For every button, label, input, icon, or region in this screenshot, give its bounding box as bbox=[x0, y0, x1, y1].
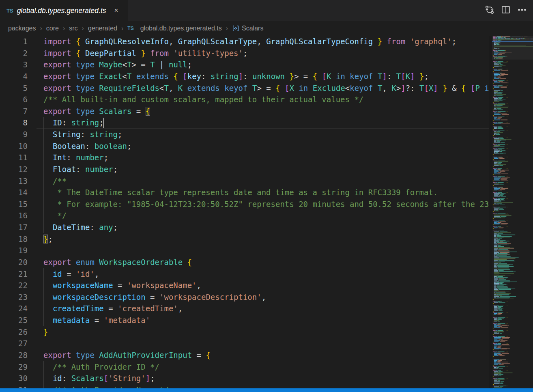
line-number: 8 bbox=[0, 117, 28, 129]
line-number: 1 bbox=[0, 36, 28, 47]
code-line-text: id = 'id', bbox=[28, 268, 99, 280]
code-line[interactable]: 2import { DeepPartial } from 'utility-ty… bbox=[0, 47, 489, 59]
code-line-text: export type Scalars = { bbox=[28, 106, 150, 117]
code-line[interactable]: 3export type Maybe<T> = T | null; bbox=[0, 59, 489, 71]
code-line-text: import { GraphQLResolveInfo, GraphQLScal… bbox=[28, 36, 456, 47]
code-line-text: workspaceName = 'workspaceName', bbox=[28, 280, 201, 291]
line-number: 3 bbox=[0, 59, 28, 71]
code-line[interactable]: 24 createdTime = 'createdTime', bbox=[0, 303, 489, 314]
line-number: 7 bbox=[0, 106, 28, 117]
breadcrumb-file-name: global.db.types.generated.ts bbox=[140, 25, 222, 32]
code-line[interactable]: 8 ID: string; bbox=[0, 117, 489, 129]
code-line-text: /** Auth Provider ID */ bbox=[28, 361, 159, 373]
code-area[interactable]: 1import { GraphQLResolveInfo, GraphQLSca… bbox=[0, 36, 489, 388]
code-line-text: export enum WorkspaceOrderable { bbox=[28, 256, 192, 268]
breadcrumb-separator: › bbox=[60, 25, 68, 32]
code-line-text bbox=[28, 245, 43, 256]
line-number: 22 bbox=[0, 280, 28, 291]
line-number: 31 bbox=[0, 384, 28, 388]
code-line-text: id: Scalars['String']; bbox=[28, 373, 155, 384]
code-line[interactable]: 9 String: string; bbox=[0, 129, 489, 140]
code-line-text: Int: number; bbox=[28, 152, 108, 164]
line-number: 29 bbox=[0, 361, 28, 373]
code-line[interactable]: 17 DateTime: any; bbox=[0, 222, 489, 233]
breadcrumb-folder-src[interactable]: src bbox=[68, 25, 78, 32]
line-number: 16 bbox=[0, 210, 28, 222]
code-line[interactable]: 11 Int: number; bbox=[0, 152, 489, 164]
code-line[interactable]: 21 id = 'id', bbox=[0, 268, 489, 280]
breadcrumb-separator: › bbox=[223, 25, 231, 32]
breadcrumb-symbol[interactable]: Scalars bbox=[231, 25, 264, 32]
breadcrumb-folder-generated[interactable]: generated bbox=[87, 25, 118, 32]
breadcrumb-folder-packages[interactable]: packages bbox=[7, 25, 37, 32]
breadcrumb-separator: › bbox=[118, 25, 127, 32]
tab-bar: TS global.db.types.generated.ts × bbox=[0, 0, 533, 21]
line-number: 6 bbox=[0, 94, 28, 106]
code-line[interactable]: 13 /** bbox=[0, 175, 489, 187]
breadcrumb-file[interactable]: TSglobal.db.types.generated.ts bbox=[127, 25, 222, 32]
more-actions-button[interactable] bbox=[516, 4, 528, 17]
code-line[interactable]: 10 Boolean: boolean; bbox=[0, 140, 489, 152]
breadcrumb-separator: › bbox=[79, 25, 87, 32]
code-line[interactable]: 4export type Exact<T extends { [key: str… bbox=[0, 71, 489, 82]
line-number: 18 bbox=[0, 233, 28, 245]
editor-actions bbox=[484, 0, 528, 21]
code-line-text: ID: string; bbox=[28, 117, 104, 129]
code-line[interactable]: 26} bbox=[0, 326, 489, 338]
tab-close-icon[interactable]: × bbox=[113, 6, 120, 15]
minimap[interactable] bbox=[492, 36, 533, 388]
code-line-text: export type Exact<T extends { [key: stri… bbox=[28, 71, 429, 82]
code-line-text: * The DateTime scalar type represents da… bbox=[28, 187, 438, 198]
code-line-text: export type RequireFields<T, K extends k… bbox=[28, 82, 489, 94]
code-line[interactable]: 16 */ bbox=[0, 210, 489, 222]
breadcrumb-symbol-label: Scalars bbox=[242, 25, 263, 32]
split-editor-button[interactable] bbox=[500, 4, 512, 17]
line-number: 25 bbox=[0, 314, 28, 326]
line-number: 19 bbox=[0, 245, 28, 256]
line-number: 20 bbox=[0, 256, 28, 268]
tab-global-db-types[interactable]: TS global.db.types.generated.ts × bbox=[0, 0, 128, 21]
line-number: 30 bbox=[0, 373, 28, 384]
open-changes-icon bbox=[485, 5, 494, 16]
code-line[interactable]: 22 workspaceName = 'workspaceName', bbox=[0, 280, 489, 291]
code-line-text: DateTime: any; bbox=[28, 222, 118, 233]
vscode-window: TS global.db.types.generated.ts × bbox=[0, 0, 533, 392]
line-number: 10 bbox=[0, 140, 28, 152]
line-number: 2 bbox=[0, 47, 28, 59]
code-line[interactable]: 5export type RequireFields<T, K extends … bbox=[0, 82, 489, 94]
code-line[interactable]: 29 /** Auth Provider ID */ bbox=[0, 361, 489, 373]
code-line[interactable]: 25 metadata = 'metadata' bbox=[0, 314, 489, 326]
code-line[interactable]: 27 bbox=[0, 338, 489, 349]
code-line[interactable]: 23 workspaceDescription = 'workspaceDesc… bbox=[0, 291, 489, 303]
open-changes-button[interactable] bbox=[484, 4, 496, 17]
split-editor-icon bbox=[501, 5, 511, 16]
code-line[interactable]: 6/** All built-in and custom scalars, ma… bbox=[0, 94, 489, 106]
code-line-text: String: string; bbox=[28, 129, 123, 140]
code-line-text: workspaceDescription = 'workspaceDescrip… bbox=[28, 291, 266, 303]
minimap-canvas[interactable] bbox=[492, 36, 533, 388]
line-number: 24 bbox=[0, 303, 28, 314]
line-number: 27 bbox=[0, 338, 28, 349]
code-line[interactable]: 20export enum WorkspaceOrderable { bbox=[0, 256, 489, 268]
code-line[interactable]: 14 * The DateTime scalar type represents… bbox=[0, 187, 489, 198]
line-number: 28 bbox=[0, 349, 28, 361]
code-line[interactable]: 31 /** Auth Provider Name */ bbox=[0, 384, 489, 388]
code-line-text: metadata = 'metadata' bbox=[28, 314, 150, 326]
editor-pane: 1import { GraphQLResolveInfo, GraphQLSca… bbox=[0, 36, 533, 388]
line-number: 14 bbox=[0, 187, 28, 198]
code-line[interactable]: 7export type Scalars = { bbox=[0, 106, 489, 117]
line-number: 26 bbox=[0, 326, 28, 338]
code-line[interactable]: 30 id: Scalars['String']; bbox=[0, 373, 489, 384]
code-line[interactable]: 12 Float: number; bbox=[0, 164, 489, 175]
code-line[interactable]: 1import { GraphQLResolveInfo, GraphQLSca… bbox=[0, 36, 489, 47]
code-line-text: /** bbox=[28, 175, 67, 187]
breadcrumb-folder-core[interactable]: core bbox=[45, 25, 60, 32]
code-line[interactable]: 19 bbox=[0, 245, 489, 256]
code-line[interactable]: 15 * For example: "1985-04-12T23:20:50.5… bbox=[0, 198, 489, 210]
line-number: 4 bbox=[0, 71, 28, 82]
typescript-file-icon: TS bbox=[6, 8, 13, 14]
code-line[interactable]: 18}; bbox=[0, 233, 489, 245]
code-line[interactable]: 28export type AddAuthProviderInput = { bbox=[0, 349, 489, 361]
line-number: 9 bbox=[0, 129, 28, 140]
scrollbar-track[interactable] bbox=[489, 36, 492, 388]
